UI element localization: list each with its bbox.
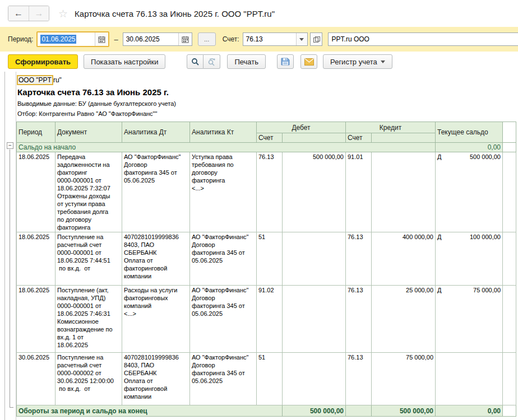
cell-debit-amount[interactable] xyxy=(283,286,346,353)
cell-credit-account[interactable]: 76.13 xyxy=(346,232,372,286)
table-row: 18.06.2025 Передача задолженности на фак… xyxy=(17,152,516,232)
cell-balance[interactable]: Д100 000,00 xyxy=(436,232,503,286)
cell-analytics-dt[interactable]: АО "ФакторФинанс" Договор факторинга 345… xyxy=(122,152,190,232)
generate-button[interactable]: Сформировать xyxy=(8,54,78,69)
totals-credit-amount[interactable]: 500 000,00 xyxy=(372,405,436,417)
favorite-star-icon[interactable]: ☆ xyxy=(58,7,68,20)
col-header-credit-account: Счет xyxy=(346,133,372,143)
cell-period[interactable]: 30.06.2025 xyxy=(17,353,55,405)
balance-side: Д xyxy=(437,153,441,161)
cell-analytics-kt[interactable]: АО "ФакторФинанс" Договор факторинга 345… xyxy=(190,232,257,286)
cell-period[interactable]: 18.06.2025 xyxy=(17,232,55,286)
period-label: Период: xyxy=(8,35,33,43)
opening-balance-label[interactable]: Сальдо на начало xyxy=(17,143,436,152)
period-range-dash: – xyxy=(114,35,118,44)
totals-debit-amount[interactable]: 500 000,00 xyxy=(283,405,346,417)
col-header-document: Документ xyxy=(55,122,122,143)
cell-credit-account[interactable]: 91.01 xyxy=(346,152,372,232)
balance-side: Д xyxy=(437,233,441,241)
totals-label[interactable]: Обороты за период и сальдо на конец xyxy=(17,405,283,417)
col-header-analytics-dt: Аналитика Дт xyxy=(122,122,190,143)
back-button[interactable]: ← xyxy=(8,6,29,21)
cell-document[interactable]: Поступление на расчетный счет 0000-00000… xyxy=(55,353,122,405)
period-options-button[interactable]: ... xyxy=(198,32,216,46)
open-link-icon xyxy=(313,36,319,42)
calendar-icon[interactable] xyxy=(178,33,192,45)
cell-debit-amount[interactable]: 500 000,00 xyxy=(283,152,346,232)
cell-credit-amount[interactable]: 75 000,00 xyxy=(372,353,436,405)
report-title: Карточка счета 76.13 за Июнь 2025 г. xyxy=(17,87,516,97)
register-menu-button[interactable]: Регистр учета xyxy=(323,54,392,69)
cell-debit-amount[interactable] xyxy=(283,353,346,405)
organization-value: PPT.ru ООО xyxy=(332,35,369,43)
cell-analytics-dt[interactable]: 4070281019999836 8403, ПАО СБЕРБАНК Опла… xyxy=(122,232,190,286)
cell-debit-amount[interactable] xyxy=(283,232,346,286)
cell-analytics-kt[interactable]: АО "ФакторФинанс" Договор факторинга 345… xyxy=(190,353,257,405)
envelope-icon xyxy=(304,58,314,66)
cell-debit-account[interactable]: 76.13 xyxy=(257,152,283,232)
calendar-icon[interactable] xyxy=(95,32,108,46)
account-input[interactable]: 76.13 xyxy=(243,32,308,46)
organization-input[interactable]: PPT.ru ООО xyxy=(328,32,518,46)
cell-balance[interactable]: Д75 000,00 xyxy=(436,286,503,353)
period-to-input[interactable]: 30.06.2025 xyxy=(123,32,192,46)
report-filter-line: Отбор: Контрагенты Равно "АО "ФакторФина… xyxy=(17,110,516,117)
cell-credit-account[interactable]: 76.13 xyxy=(346,353,372,405)
cell-document[interactable]: Передача задолженности на факторинг 0000… xyxy=(55,152,122,232)
search-icon xyxy=(191,58,200,66)
opening-balance-value[interactable]: 0,00 xyxy=(436,143,503,152)
report-data-line: Выводимые данные: БУ (данные бухгалтерск… xyxy=(17,100,516,107)
account-value: 76.13 xyxy=(246,35,263,43)
group-bracket-foot xyxy=(10,407,13,408)
cell-document[interactable]: Поступление на расчетный счет 0000-00000… xyxy=(55,232,122,286)
cell-analytics-kt[interactable]: АО "ФакторФинанс" Договор факторинга 345… xyxy=(190,286,257,353)
trailing-cell xyxy=(503,405,516,417)
email-button[interactable] xyxy=(300,54,317,69)
org-name-cell[interactable]: ООО "PPT xyxy=(17,75,53,85)
cell-balance[interactable] xyxy=(436,353,503,405)
balance-side: Д xyxy=(437,286,441,294)
table-row: 18.06.2025 Поступление (акт, накладная, … xyxy=(17,286,516,353)
period-to-value: 30.06.2025 xyxy=(126,35,160,43)
cell-debit-account[interactable]: 91.02 xyxy=(257,286,283,353)
cell-credit-account[interactable]: 76.13 xyxy=(346,286,372,353)
cell-analytics-dt[interactable]: 4070281019999836 8403, ПАО СБЕРБАНК Опла… xyxy=(122,353,190,405)
col-header-credit-amount xyxy=(372,133,436,143)
forward-button[interactable]: → xyxy=(29,6,49,21)
search-repeat-icon xyxy=(207,58,216,66)
cell-period[interactable]: 18.06.2025 xyxy=(17,286,55,353)
col-header-period: Период xyxy=(17,122,55,143)
trailing-cell xyxy=(503,152,516,232)
search-next-button[interactable] xyxy=(203,54,220,69)
table-row: 18.06.2025 Поступление на расчетный счет… xyxy=(17,232,516,286)
totals-balance[interactable]: 0,00 xyxy=(436,405,503,417)
spreadsheet-gutter xyxy=(0,72,5,420)
cell-document[interactable]: Поступление (акт, накладная, УПД) 0000-0… xyxy=(55,286,122,353)
cell-analytics-kt[interactable]: Уступка права требования по договору фак… xyxy=(190,152,257,232)
trailing-cell xyxy=(503,286,516,353)
trailing-cell xyxy=(503,353,516,405)
collapse-group-button[interactable]: − xyxy=(7,142,13,149)
search-button[interactable] xyxy=(187,54,203,69)
cell-period[interactable]: 18.06.2025 xyxy=(17,152,55,232)
chevron-down-icon[interactable] xyxy=(296,33,307,45)
cell-analytics-dt[interactable]: Расходы на услуги факторинговых компаний… xyxy=(122,286,190,353)
cell-credit-amount[interactable]: 400 000,00 xyxy=(372,232,436,286)
cell-debit-account[interactable]: 51 xyxy=(257,353,283,405)
cell-balance[interactable]: Д500 000,00 xyxy=(436,152,503,232)
col-header-balance: Текущее сальдо xyxy=(436,122,503,143)
cell-credit-amount[interactable] xyxy=(372,152,436,232)
period-from-value: 01.06.2025 xyxy=(40,35,76,44)
print-button[interactable]: Печать xyxy=(227,54,266,69)
col-header-debit: Дебет xyxy=(257,122,346,133)
balance-amount: 100 000,00 xyxy=(470,233,501,241)
show-settings-button[interactable]: Показать настройки xyxy=(84,54,165,69)
save-button[interactable] xyxy=(277,54,294,69)
open-account-button[interactable] xyxy=(310,32,322,46)
trailing-column xyxy=(503,122,516,143)
totals-row: Обороты за период и сальдо на конец 500 … xyxy=(17,405,516,417)
period-from-input[interactable]: 01.06.2025 xyxy=(36,31,109,47)
cell-debit-account[interactable]: 51 xyxy=(257,232,283,286)
cell-credit-amount[interactable]: 25 000,00 xyxy=(372,286,436,353)
totals-credit-account xyxy=(346,405,372,417)
